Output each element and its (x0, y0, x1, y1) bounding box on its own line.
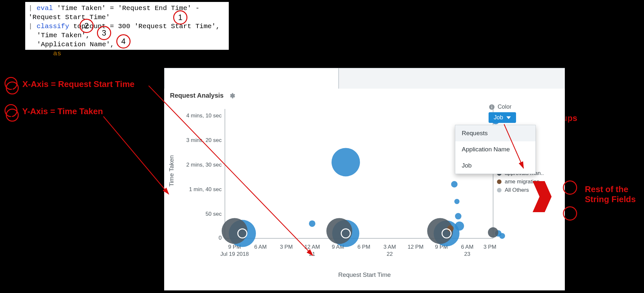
code-line-5: Job as 'Request Analysis' (28, 49, 226, 58)
dropdown-item-application-name[interactable]: Application Name (455, 141, 535, 157)
x-axis-label: Request Start Time (164, 271, 565, 278)
bubble[interactable] (326, 218, 352, 244)
legend-label: All Others (505, 187, 529, 193)
bubble[interactable] (454, 199, 459, 204)
code-callout-4: 4 (116, 34, 131, 49)
svg-text:6 AM: 6 AM (254, 244, 267, 250)
code-callout-3: 3 (97, 26, 111, 40)
svg-text:3 PM: 3 PM (280, 244, 293, 250)
bubble[interactable] (451, 181, 458, 188)
bubble[interactable] (222, 218, 248, 244)
code-callout-1: 1 (173, 10, 187, 25)
svg-text:1 min, 40 sec: 1 min, 40 sec (189, 186, 222, 192)
svg-text:23: 23 (464, 251, 470, 257)
bubble[interactable] (488, 227, 498, 238)
svg-text:12 PM: 12 PM (407, 244, 423, 250)
svg-text:12 AM: 12 AM (304, 244, 320, 250)
svg-text:3 mins, 20 sec: 3 mins, 20 sec (186, 137, 222, 143)
info-icon (489, 104, 495, 110)
query-code-box: | eval 'Time Taken' = 'Request End Time'… (25, 2, 229, 50)
code-line-1: | eval 'Time Taken' = 'Request End Time'… (28, 4, 226, 22)
big-chevron-right-icon (530, 181, 553, 212)
svg-text:22: 22 (387, 251, 393, 257)
bubble[interactable] (499, 233, 505, 239)
svg-rect-26 (491, 105, 492, 106)
svg-text:6 PM: 6 PM (357, 244, 370, 250)
gear-icon[interactable] (228, 92, 235, 99)
y-axis-label: Time Taken (168, 155, 175, 187)
svg-text:21: 21 (309, 251, 315, 257)
panel-tab-inactive[interactable] (339, 68, 565, 89)
panel-tab-active[interactable] (164, 68, 339, 89)
right-callout-4: 4 (563, 206, 577, 221)
dropdown-item-job[interactable]: Job (455, 157, 535, 174)
chart-title: Request Analysis (170, 92, 224, 99)
color-select-button[interactable]: Job (489, 112, 516, 123)
panel-tabbar (164, 68, 565, 89)
svg-text:2 mins, 30 sec: 2 mins, 30 sec (186, 162, 222, 168)
bubble[interactable] (332, 148, 360, 176)
bubble[interactable] (455, 222, 464, 231)
dropdown-item-requests[interactable]: Requests (455, 125, 535, 141)
svg-line-28 (103, 116, 169, 194)
legend-swatch (497, 188, 501, 192)
chart-panel: Request Analysis Time Taken 4 mins, 10 s… (164, 68, 565, 290)
annot-rest-of-string-fields: Rest of the String Fields (585, 184, 636, 204)
chevron-down-icon (506, 115, 511, 120)
annot-yaxis: 12 Y-Axis = Time Taken (5, 104, 103, 120)
code-line-2: | classify topcount = 300 'Request Start… (28, 22, 226, 31)
svg-text:50 sec: 50 sec (206, 211, 222, 217)
bubble[interactable] (455, 213, 461, 220)
svg-text:3 PM: 3 PM (483, 244, 496, 250)
legend-swatch (497, 179, 501, 184)
svg-rect-25 (491, 106, 492, 108)
right-callout-3: 3 (563, 180, 577, 195)
svg-text:6 AM: 6 AM (461, 244, 474, 250)
annot-xaxis: 11 X-Axis = Request Start Time (5, 77, 134, 92)
svg-text:4 mins, 10 sec: 4 mins, 10 sec (186, 113, 222, 119)
color-dropdown[interactable]: Requests Application Name Job (455, 125, 536, 174)
legend-color-block: Color Job (489, 103, 553, 123)
svg-text:Jul 19 2018: Jul 19 2018 (220, 251, 249, 257)
code-callout-2: 2 (79, 19, 94, 33)
bubble[interactable] (309, 220, 315, 227)
svg-text:0: 0 (219, 235, 222, 241)
color-label: Color (498, 103, 512, 110)
svg-text:3 AM: 3 AM (384, 244, 396, 250)
